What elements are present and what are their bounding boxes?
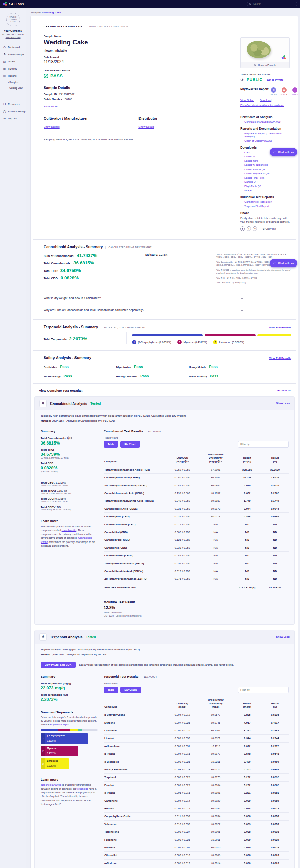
set-to-private-link[interactable]: Set to Private — [267, 78, 284, 81]
sidebar-footer-item[interactable]: ◯ Account Settings — [0, 108, 26, 115]
download-item-link[interactable]: Sample QR — [244, 180, 257, 183]
legend-label: β-Caryophyllene (0.6835%) — [138, 341, 171, 344]
download-item-link[interactable]: Card — [244, 151, 250, 154]
table-row: Cannabinol (CBN) 0.033 / 0.250 N/A ND ND — [104, 544, 289, 552]
lod-loq-value: 0.008 / 0.026 — [167, 836, 198, 844]
sidebar-sub-item[interactable]: - Catalog View — [0, 85, 26, 91]
faq-accordion-row[interactable]: Why are Sum of Cannabinoids and Total Ca… — [44, 304, 280, 316]
terpenoid-tested-badge: Tested — [86, 635, 96, 639]
tab-regulatory-compliance[interactable]: REGULATORY COMPLIANCE — [86, 25, 128, 28]
bar-graph-view-button[interactable]: Bar Graph — [120, 687, 141, 693]
tab-certificate-of-analysis[interactable]: CERTIFICATE OF ANALYSIS — [44, 25, 82, 28]
chat-with-us-button[interactable]: Chat with us — [270, 259, 297, 267]
phytofacts-badge-icon: ✦ — [292, 87, 297, 93]
sidebar-item[interactable]: ▦ Invoices — [0, 65, 26, 72]
report-doc-link[interactable]: PhytoFacts Report (Chemometric Analysis) — [244, 132, 282, 138]
phytofacts-coa-text: See a visual representation of this samp… — [79, 663, 234, 666]
terpenoid-show-less-link[interactable]: Show Less — [276, 635, 290, 638]
sample-photo[interactable]: Hover to Zoom In — [240, 37, 290, 68]
result-mgg-value: 0.028 — [233, 851, 261, 859]
divider — [41, 706, 98, 706]
moisture-test-value: 12.8% — [104, 605, 289, 610]
view-online-link[interactable]: View Online — [240, 99, 254, 102]
sidebar-footer-item[interactable]: ↪ Log Out — [0, 115, 26, 122]
col-result-mgg: Result (mg/g) — [233, 452, 261, 466]
strip-segment — [41, 729, 58, 731]
terpenoids-link[interactable]: terpenoids — [77, 787, 88, 790]
individual-report-link[interactable]: Terpenoid Test Report — [244, 205, 269, 208]
sidebar-item[interactable]: ⚗ Submit Sample — [0, 51, 26, 58]
download-item-link[interactable]: Labels Final Form — [244, 176, 264, 179]
table-view-button[interactable]: Table — [104, 441, 118, 448]
subtotal-label: Total CBG: — [41, 481, 55, 484]
uncertainty-value: ±0.0104 — [198, 781, 233, 789]
download-item-link[interactable]: PhytoFacts QR — [244, 185, 261, 188]
view-phytofacts-coa-button[interactable]: View PhytoFacts COA — [41, 662, 76, 668]
global-search[interactable] — [247, 2, 297, 6]
cultivator-show-details-link[interactable]: Show Details — [44, 125, 60, 129]
uncertainty-value: N/A — [198, 520, 233, 528]
download-item-link[interactable]: Labels w/ Terpenoids — [244, 163, 268, 166]
overall-batch-result-label: Overall Batch Result: — [44, 69, 232, 72]
sidebar-sub-item[interactable]: - Samples — [0, 79, 26, 85]
result-mgg-value: 0.944 — [233, 505, 261, 513]
copy-link-button[interactable]: ⧉ Copy link — [263, 227, 276, 230]
distributor-show-details-link[interactable]: Show Details — [138, 125, 154, 129]
sidebar-footer-item[interactable]: ❒ Resources — [0, 101, 26, 108]
sample-id-label: Sample ID: — [44, 93, 58, 96]
result-mgg-value: ND — [233, 528, 261, 536]
phytofacts-report-link[interactable]: PhytoFacts report. — [50, 723, 70, 726]
report-doc-link[interactable]: Chain of Custody (COC) — [244, 139, 272, 142]
email-icon[interactable]: ✉ — [253, 226, 257, 231]
expand-all-link[interactable]: Expand All — [277, 389, 291, 392]
sidebar-item[interactable]: ▥ Reports — [0, 72, 26, 79]
faq-accordion-row[interactable]: What is dry weight, and how is it calcul… — [44, 292, 280, 304]
lod-loq-value: 0.005 / 0.015 — [167, 789, 198, 797]
uncertainty-value: ±0.1063 — [198, 727, 233, 734]
table-view-button[interactable]: Table — [104, 687, 118, 693]
download-link[interactable]: Download — [260, 99, 271, 102]
lod-loq-value: 0.040 / 0.250 — [167, 497, 198, 505]
cannabinoid-filter-input[interactable] — [238, 441, 289, 448]
download-item-link[interactable]: Labels PhytoFacts QR — [244, 172, 270, 175]
chat-with-us-button[interactable]: Chat with us — [270, 148, 297, 156]
coa-link[interactable]: Certificate of Analysis (COA-001) — [244, 120, 281, 123]
date-issued-label: Date Issued: — [44, 56, 232, 59]
cannabinoid-summary-section: Cannabinoid Analysis - Summary CALCULATE… — [33, 239, 296, 292]
twitter-icon[interactable]: t — [247, 226, 251, 231]
result-pct-value: 1.6526 — [261, 474, 289, 481]
download-item-link[interactable]: Labels % — [244, 155, 255, 158]
safety-view-full-results-link[interactable]: View Full Results — [269, 357, 291, 360]
lod-loq-value: 0.199 / 0.500 — [167, 489, 198, 497]
result-pct-value: 0.0282 — [261, 781, 289, 789]
sample-name-label: Sample Name: — [44, 35, 232, 38]
phytofacts-guidance-link[interactable]: PhytoFacts trademark/labeling guidance — [240, 104, 291, 107]
lod-loq-value: 0.031 / 0.250 — [167, 505, 198, 513]
download-item-link[interactable]: Labels mg/g — [244, 159, 258, 162]
col-measurement-uncertainty: Measurement Uncertainty (mg/g) — [198, 697, 233, 711]
cannabinoid-show-less-link[interactable]: Show Less — [276, 402, 290, 405]
col-result-mgg: Result (mg/g) — [233, 697, 261, 711]
terpenoid-analysis-link[interactable]: Terpenoid analysis — [41, 783, 61, 786]
download-item-link[interactable]: Image — [244, 189, 252, 192]
see-catalog-view-link[interactable]: See catalog view — [0, 36, 26, 38]
safety-item-result: Pass — [134, 364, 143, 369]
pie-chart-view-button[interactable]: Pie Chart — [120, 441, 140, 448]
uncertainty-value: N/A — [198, 567, 233, 575]
upload-company-logo[interactable]: UPLOAD COMPANY LOGO — [6, 13, 20, 26]
cannabinoids-link[interactable]: cannabinoids — [62, 529, 77, 532]
hover-to-zoom[interactable]: Hover to Zoom In — [241, 62, 289, 68]
terpenoid-view-full-results-link[interactable]: View Full Results — [269, 326, 291, 329]
breadcrumb-samples-link[interactable]: Samples — [31, 11, 41, 14]
sidebar-item[interactable]: ▤ Orders — [0, 58, 26, 65]
reports-docs-title: Reports and Documentation — [240, 127, 291, 130]
facebook-icon[interactable]: f — [240, 226, 245, 231]
individual-report-link[interactable]: Cannabinoid Test Report — [244, 200, 272, 203]
sclabs-logo[interactable]: SC Labs — [3, 2, 24, 6]
show-more-link[interactable]: Show More — [44, 105, 57, 108]
download-item-link[interactable]: Labels Sample QR — [244, 168, 265, 171]
search-input[interactable] — [253, 2, 295, 5]
terpenoid-summary-title: Terpenoid Analysis - Summary — [44, 325, 98, 329]
terpenoid-filter-input[interactable] — [238, 687, 289, 693]
sidebar-item[interactable]: ◷ Dashboard — [0, 44, 26, 51]
